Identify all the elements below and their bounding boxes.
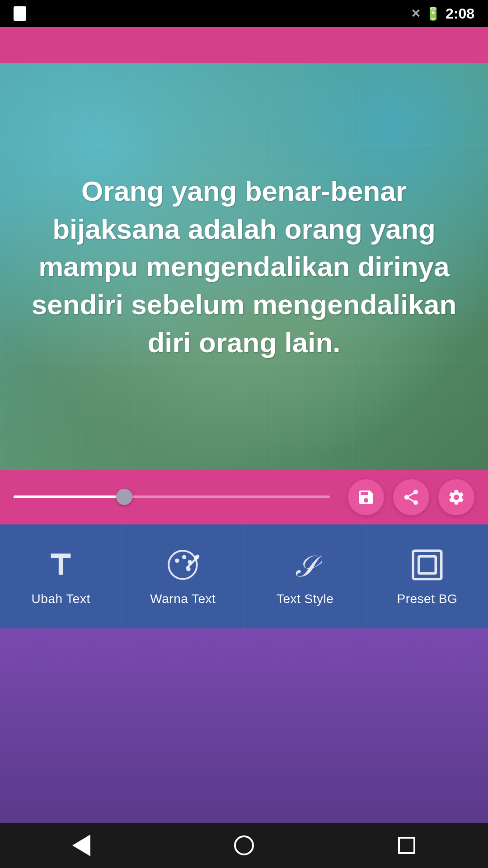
- controls-bar: [0, 470, 488, 524]
- time-display: 2:08: [446, 5, 474, 22]
- warna-text-tool[interactable]: Warna Text: [122, 524, 244, 628]
- slider-track: [14, 495, 330, 498]
- nav-back-button[interactable]: [66, 830, 97, 861]
- share-button[interactable]: [393, 479, 429, 515]
- save-button[interactable]: [348, 479, 384, 515]
- svg-point-1: [175, 558, 179, 562]
- save-icon: [357, 488, 375, 506]
- svg-point-0: [169, 551, 197, 579]
- battery-icon: 🔋: [425, 6, 441, 21]
- ubah-text-tool[interactable]: Ubah Text: [0, 524, 122, 628]
- share-icon: [402, 488, 420, 506]
- nav-recents-button[interactable]: [391, 830, 422, 861]
- slider-container[interactable]: [14, 495, 330, 499]
- warna-text-label: Warna Text: [150, 592, 216, 606]
- settings-icon: [447, 488, 465, 506]
- settings-button[interactable]: [438, 479, 474, 515]
- nav-bar: [0, 823, 488, 868]
- svg-rect-9: [419, 556, 436, 573]
- warna-text-icon: [165, 547, 201, 583]
- slider-fill: [14, 495, 124, 498]
- preset-bg-icon: [409, 547, 445, 583]
- canvas-area: Orang yang benar-benar bijaksana adalah …: [0, 63, 488, 470]
- svg-text:𝒮: 𝒮: [294, 550, 322, 582]
- action-buttons: [348, 479, 474, 515]
- slider-thumb[interactable]: [116, 489, 132, 505]
- status-bar: ✕ 🔋 2:08: [0, 0, 488, 27]
- canvas-background: Orang yang benar-benar bijaksana adalah …: [0, 63, 488, 470]
- ubah-text-icon: [43, 547, 79, 583]
- text-style-tool[interactable]: 𝒮 Text Style: [244, 524, 366, 628]
- ubah-text-label: Ubah Text: [32, 592, 90, 606]
- bottom-toolbar: Ubah Text Warna Text 𝒮 Te: [0, 524, 488, 628]
- signal-icon: ✕: [411, 7, 421, 21]
- nav-home-button[interactable]: [228, 830, 260, 861]
- svg-point-2: [182, 555, 186, 559]
- quote-text[interactable]: Orang yang benar-benar bijaksana adalah …: [24, 172, 464, 361]
- sd-card-icon: [14, 6, 26, 21]
- recents-square-icon: [398, 837, 415, 854]
- preset-bg-tool[interactable]: Preset BG: [366, 524, 488, 628]
- back-arrow-icon: [72, 835, 90, 856]
- top-bar: [0, 27, 488, 63]
- home-circle-icon: [234, 835, 254, 855]
- bottom-area: [0, 628, 488, 823]
- status-left: [14, 6, 26, 21]
- svg-rect-8: [413, 551, 441, 579]
- status-right: ✕ 🔋 2:08: [411, 5, 474, 22]
- text-style-icon: 𝒮: [287, 547, 323, 583]
- text-style-label: Text Style: [277, 592, 333, 606]
- preset-bg-label: Preset BG: [397, 592, 458, 606]
